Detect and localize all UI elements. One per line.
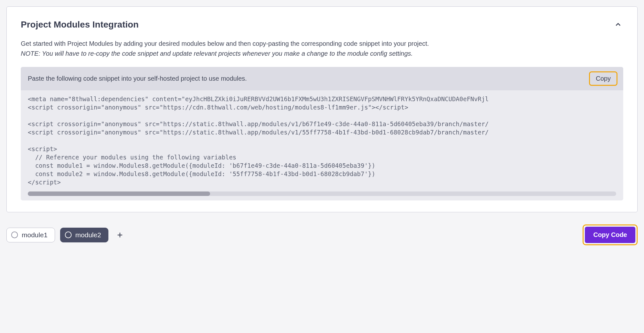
collapse-toggle[interactable]	[613, 20, 623, 30]
circle-icon	[65, 231, 72, 238]
copy-code-highlight: Copy Code	[583, 224, 638, 245]
panel-title: Project Modules Integration	[21, 20, 139, 30]
snippet-header: Paste the following code snippet into yo…	[21, 67, 623, 90]
integration-panel: Project Modules Integration Get started …	[6, 6, 638, 212]
module-chip-module2[interactable]: module2	[60, 228, 109, 242]
copy-button[interactable]: Copy	[589, 71, 617, 86]
modules-row: module1 module2	[6, 228, 124, 242]
snippet-instructions: Paste the following code snippet into yo…	[28, 75, 247, 82]
panel-note: NOTE: You will have to re-copy the code …	[21, 49, 623, 59]
code-snippet: <meta name="8thwall:dependencies" conten…	[28, 95, 616, 186]
module-chip-label: module1	[22, 231, 48, 239]
module-chip-module1[interactable]: module1	[6, 228, 55, 242]
footer-row: module1 module2 Copy Code	[6, 224, 638, 245]
copy-code-button[interactable]: Copy Code	[585, 227, 635, 243]
circle-icon	[11, 231, 18, 238]
panel-header: Project Modules Integration	[21, 20, 623, 30]
code-snippet-box: Paste the following code snippet into yo…	[21, 67, 623, 200]
plus-icon	[116, 231, 123, 239]
module-chip-label: module2	[75, 231, 101, 239]
code-area[interactable]: <meta name="8thwall:dependencies" conten…	[21, 90, 623, 190]
add-module-button[interactable]	[115, 231, 124, 240]
horizontal-scrollbar[interactable]	[28, 191, 616, 196]
scrollbar-thumb[interactable]	[28, 191, 210, 196]
panel-description: Get started with Project Modules by addi…	[21, 39, 623, 49]
chevron-up-icon	[615, 21, 622, 28]
